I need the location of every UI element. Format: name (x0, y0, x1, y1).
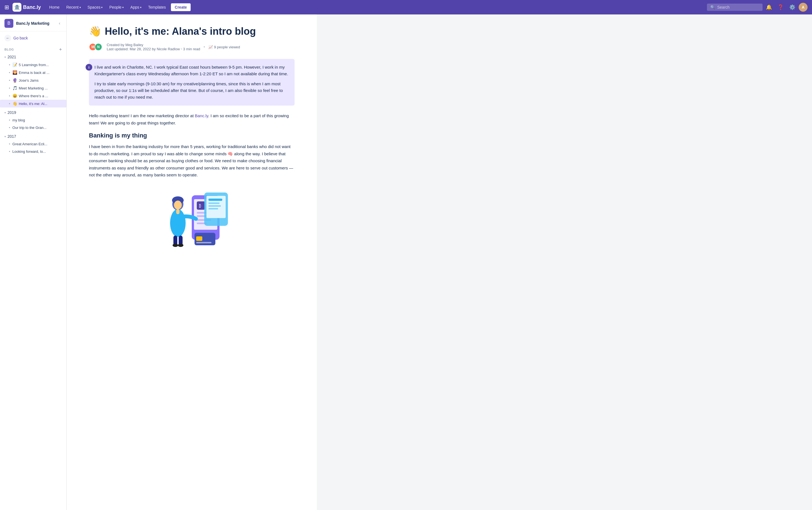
logo[interactable]: 🏦 Banc.ly (12, 3, 41, 12)
collapse-sidebar-button[interactable]: ‹ (57, 20, 62, 26)
add-blog-button[interactable]: + (59, 47, 62, 52)
space-icon: B (4, 19, 13, 28)
main-content: 👋 Hello, it's me: Alana's intro blog M N… (67, 14, 317, 510)
logo-icon: 🏦 (12, 3, 21, 12)
settings-icon[interactable]: ⚙️ (787, 3, 798, 11)
sidebar-item-5-learnings[interactable]: • 📝 5 Learnings from... (0, 61, 66, 69)
app-layout: B Banc.ly Marketing ‹ ← Go back BLOG + ▾… (0, 14, 812, 510)
nav-templates[interactable]: Templates (145, 3, 169, 11)
notification-icon[interactable]: 🔔 (764, 3, 774, 11)
sidebar-item-emma[interactable]: • 🌄 Emma is back at ... (0, 69, 66, 77)
space-name: Banc.ly Marketing (16, 21, 57, 26)
svg-rect-10 (208, 199, 222, 201)
intro-paragraph: Hello marketing team! I am the new marke… (89, 112, 295, 126)
sidebar-item-great-american[interactable]: • Great American Ecli... (0, 140, 66, 148)
year-2021-toggle[interactable]: ▾ 2021 (0, 53, 66, 61)
sidebar-item-joses-jams[interactable]: • 🔮 Jose's Jams (0, 77, 66, 84)
year-group-2019: ▾ 2019 • my blog • Our trip to the Gran.… (0, 109, 66, 131)
page-meta-text: Created by Meg Bailey Last updated: Mar … (107, 43, 200, 51)
svg-point-25 (178, 244, 183, 247)
svg-point-24 (173, 244, 178, 247)
year-2017-toggle[interactable]: ▾ 2017 (0, 132, 66, 140)
nav-spaces[interactable]: Spaces ▾ (85, 3, 106, 11)
svg-rect-16 (196, 242, 211, 243)
avatar-nicole: N (94, 43, 102, 51)
back-arrow-icon: ← (4, 35, 11, 41)
banking-paragraph: I have been in from the banking industry… (89, 143, 295, 179)
nav-people[interactable]: People ▾ (107, 3, 126, 11)
create-button[interactable]: Create (171, 3, 191, 11)
info-panel: i I live and work in Charlotte, NC. I wo… (89, 59, 295, 106)
svg-rect-12 (208, 205, 221, 207)
views-icon: 📈 (208, 45, 213, 49)
svg-text:₿: ₿ (199, 203, 201, 208)
chevron-down-icon: ▾ (140, 6, 141, 9)
svg-rect-20 (176, 209, 179, 214)
info-para-2: I try to slate early mornings (9-10:30 a… (94, 81, 289, 100)
year-group-2017: ▾ 2017 • Great American Ecli... • Lookin… (0, 132, 66, 155)
blog-section-label: BLOG + (0, 45, 66, 53)
nav-recent[interactable]: Recent ▾ (63, 3, 83, 11)
search-input[interactable] (717, 5, 756, 9)
year-2019-toggle[interactable]: ▾ 2019 (0, 109, 66, 116)
info-para-1: I live and work in Charlotte, NC. I work… (94, 64, 289, 77)
year-group-2021: ▾ 2021 • 📝 5 Learnings from... • 🌄 Emma … (0, 53, 66, 108)
search-bar[interactable]: 🔍 (707, 4, 762, 11)
sidebar-item-my-blog[interactable]: • my blog (0, 116, 66, 124)
nav-apps[interactable]: Apps ▾ (127, 3, 144, 11)
help-icon[interactable]: ❓ (775, 3, 786, 11)
logo-text: Banc.ly (23, 4, 41, 10)
sidebar-item-our-trip[interactable]: • Our trip to the Gran... (0, 124, 66, 131)
chevron-down-icon: ▾ (80, 6, 81, 9)
title-emoji: 👋 (89, 26, 102, 37)
sidebar-item-where-theres[interactable]: • 😄 Where there's a ... (0, 92, 66, 100)
svg-rect-13 (208, 208, 218, 209)
sidebar-item-looking-forward[interactable]: • Looking forward, lo... (0, 148, 66, 155)
sidebar-header: B Banc.ly Marketing ‹ (0, 14, 66, 31)
nav-home[interactable]: Home (47, 3, 62, 11)
chevron-down-icon: ▾ (122, 6, 124, 9)
bancly-link[interactable]: Banc.ly (195, 113, 208, 118)
page-title: 👋 Hello, it's me: Alana's intro blog (89, 26, 295, 37)
chevron-down-icon: ▾ (4, 135, 6, 138)
svg-rect-15 (196, 236, 202, 241)
sidebar-item-hello-its-me[interactable]: • 👋 Hello, it's me: Al... (0, 100, 66, 108)
chevron-down-icon: ▾ (101, 6, 103, 9)
svg-point-21 (174, 201, 182, 209)
chevron-down-icon: ▾ (4, 111, 6, 114)
svg-rect-11 (208, 203, 220, 204)
chevron-down-icon: ▾ (4, 56, 6, 59)
sidebar: B Banc.ly Marketing ‹ ← Go back BLOG + ▾… (0, 14, 67, 510)
info-icon: i (86, 64, 92, 70)
article-illustration: ₿ (89, 187, 295, 248)
page-meta: M N Created by Meg Bailey Last updated: … (89, 43, 295, 51)
avatar[interactable]: A (799, 3, 808, 12)
sidebar-item-meet-marketing[interactable]: • 🎵 Meet Marketing ... (0, 84, 66, 92)
search-icon: 🔍 (710, 5, 715, 9)
page-views: 📈 9 people viewed (208, 45, 240, 49)
banking-illustration: ₿ (153, 187, 231, 248)
banking-section-title: Banking is my thing (89, 132, 295, 139)
grid-icon[interactable]: ⊞ (4, 4, 9, 10)
top-navigation: ⊞ 🏦 Banc.ly Home Recent ▾ Spaces ▾ Peopl… (0, 0, 812, 14)
author-avatars: M N (89, 43, 100, 51)
go-back-button[interactable]: ← Go back (0, 31, 66, 45)
